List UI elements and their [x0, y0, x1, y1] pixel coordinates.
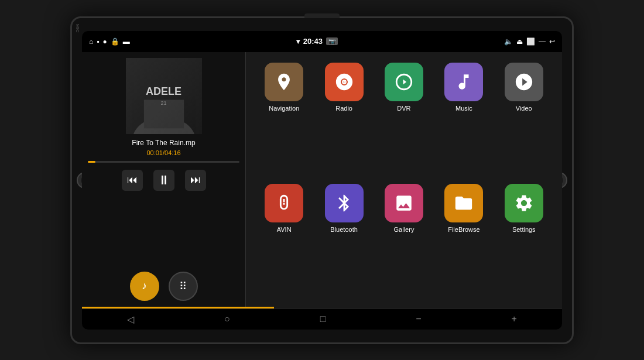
- apps-panel: Navigation Radio DVR: [246, 52, 562, 307]
- battery-status-icon: ▬: [123, 37, 130, 46]
- settings-svg: [514, 193, 534, 213]
- video-svg: [514, 72, 534, 92]
- gallery-svg: [394, 193, 414, 213]
- nav-svg: [274, 72, 294, 92]
- forward-button[interactable]: ⏭: [185, 170, 206, 191]
- screen-bezel: ⌂ ▪ ● 🔒 ▬ ▾ 20:43 📷 🔈 ⏏ ⬜ — ↩: [82, 31, 562, 330]
- status-bar-right: 🔈 ⏏ ⬜ — ↩: [504, 37, 555, 46]
- volume-icon: 🔈: [504, 37, 513, 46]
- cam-icon: 📷: [326, 37, 338, 45]
- record-status-icon: ●: [103, 37, 107, 46]
- nav-recents-button[interactable]: □: [313, 311, 333, 327]
- nav-home-button[interactable]: ○: [217, 311, 237, 327]
- nav-vol-down-button[interactable]: −: [409, 311, 428, 327]
- dvr-svg: [394, 72, 414, 92]
- app-bluetooth[interactable]: Bluetooth: [321, 184, 368, 233]
- filebrowser-icon: [444, 184, 483, 222]
- lock-status-icon: 🔒: [111, 37, 119, 46]
- music-note-icon: ♪: [142, 280, 147, 292]
- track-name: Fire To The Rain.mp: [88, 139, 239, 147]
- car-unit: MIC ⌂ ▪ ● 🔒 ▬ ▾ 20:43 📷 🔈 ⏏: [70, 16, 574, 344]
- app-gallery[interactable]: Gallery: [381, 184, 427, 233]
- gallery-icon: [385, 184, 423, 222]
- album-title: 21: [160, 100, 166, 106]
- play-pause-button[interactable]: ⏸: [153, 170, 174, 191]
- player-controls: ⏮ ⏸ ⏭: [88, 170, 239, 191]
- app-dvr[interactable]: DVR: [381, 63, 427, 112]
- music-shortcut-button[interactable]: ♪: [130, 272, 159, 301]
- nav-vol-up-button[interactable]: +: [505, 311, 524, 327]
- music-app-icon: [444, 63, 483, 101]
- track-time: 00:01/04:16: [88, 149, 239, 156]
- dvr-icon: [385, 63, 423, 101]
- app-navigation[interactable]: Navigation: [261, 63, 307, 112]
- app-settings[interactable]: Settings: [501, 184, 547, 233]
- settings-icon: [505, 184, 543, 222]
- radio-icon: [325, 63, 364, 101]
- status-bar-center: ▾ 20:43 📷: [296, 37, 338, 46]
- progress-fill: [88, 161, 95, 163]
- music-label: Music: [455, 105, 472, 112]
- bluetooth-svg: [334, 193, 354, 213]
- app-music[interactable]: Music: [440, 63, 487, 112]
- back-icon: ↩: [549, 37, 555, 46]
- windows-status-icon: ▪: [97, 37, 99, 46]
- mic-label: MIC: [75, 24, 80, 33]
- music-svg: [454, 72, 474, 92]
- dash-icon: —: [539, 37, 546, 46]
- eject-icon: ⏏: [516, 37, 523, 46]
- app-video[interactable]: Video: [501, 63, 547, 112]
- app-avin[interactable]: AVIN: [261, 184, 307, 233]
- video-icon: [505, 63, 543, 101]
- progress-bar: [88, 161, 239, 163]
- avin-label: AVIN: [277, 226, 292, 233]
- bluetooth-label: Bluetooth: [330, 226, 357, 233]
- navigation-icon: [265, 63, 303, 101]
- bottom-buttons: ♪ ⠿: [88, 272, 239, 301]
- navigation-label: Navigation: [269, 105, 299, 112]
- avin-icon: [265, 184, 303, 222]
- nav-back-button[interactable]: ◁: [120, 311, 141, 327]
- apps-row-2: AVIN Bluetooth Gallery: [254, 179, 554, 301]
- radio-svg: [334, 72, 354, 92]
- android-screen: ⌂ ▪ ● 🔒 ▬ ▾ 20:43 📷 🔈 ⏏ ⬜ — ↩: [82, 31, 562, 330]
- dvr-label: DVR: [397, 105, 410, 112]
- rewind-button[interactable]: ⏮: [122, 170, 143, 191]
- folder-svg: [454, 193, 474, 213]
- app-radio[interactable]: Radio: [321, 63, 368, 112]
- album-art: ADELE 21: [126, 58, 202, 134]
- filebrowser-label: FileBrowse: [448, 226, 479, 233]
- home-status-icon: ⌂: [89, 37, 93, 46]
- radio-label: Radio: [335, 105, 352, 112]
- apps-grid-icon: ⠿: [179, 280, 187, 293]
- app-filebrowser[interactable]: FileBrowse: [440, 184, 487, 233]
- bluetooth-icon: [325, 184, 364, 222]
- apps-row-1: Navigation Radio DVR: [254, 58, 554, 180]
- gallery-label: Gallery: [394, 226, 415, 233]
- wifi-icon: ▾: [296, 37, 300, 46]
- status-bar-left: ⌂ ▪ ● 🔒 ▬: [89, 37, 130, 46]
- status-bar: ⌂ ▪ ● 🔒 ▬ ▾ 20:43 📷 🔈 ⏏ ⬜ — ↩: [82, 31, 562, 52]
- avin-svg: [274, 193, 294, 213]
- apps-shortcut-button[interactable]: ⠿: [169, 272, 198, 301]
- settings-label: Settings: [512, 226, 536, 233]
- nav-bar: ◁ ○ □ − +: [82, 308, 562, 330]
- album-artist: ADELE: [146, 85, 181, 98]
- video-label: Video: [516, 105, 532, 112]
- status-time: 20:43: [303, 37, 323, 46]
- music-panel: ADELE 21 Fire To The Rain.mp 00:01/04:16: [82, 52, 246, 307]
- main-content: ADELE 21 Fire To The Rain.mp 00:01/04:16: [82, 52, 562, 307]
- screen-icon: ⬜: [526, 37, 535, 46]
